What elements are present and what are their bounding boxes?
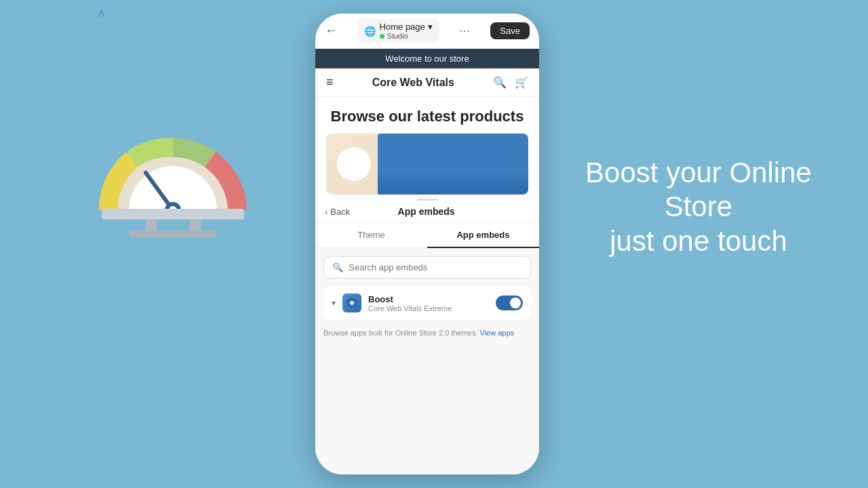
chevron-down-icon: ▾ [428, 22, 433, 32]
search-icon: 🔍 [332, 262, 343, 272]
boost-headline: Boost your Online Store just one touch [570, 156, 827, 258]
phone-top-bar: ← 🌐 Home page ▾ Studio ··· Save [315, 14, 539, 49]
panel-body: 🔍 ▾ Boost Core Web Vitals Extreme [315, 248, 539, 474]
hero-heading: Browse our latest products [326, 108, 528, 125]
boost-info: Boost Core Web Vitals Extreme [368, 294, 489, 312]
home-page-label: Home page [380, 22, 425, 32]
welcome-banner: Welcome to our store [315, 49, 539, 68]
phone-screen: Welcome to our store ≡ Core Web Vitals 🔍… [315, 49, 539, 474]
phone-back-button[interactable]: ← [325, 24, 337, 38]
boost-item: ▾ Boost Core Web Vitals Extreme [323, 287, 531, 319]
svg-rect-6 [102, 209, 244, 220]
expand-chevron-icon[interactable]: ▾ [332, 298, 336, 308]
speedometer-illustration [88, 122, 258, 258]
search-box[interactable]: 🔍 [323, 256, 531, 279]
chevron-up-icon: ∧ [97, 5, 106, 20]
boost-name: Boost [368, 294, 489, 304]
browse-apps-text: Browse apps built for Online Store 2.0 t… [323, 325, 531, 342]
save-button[interactable]: Save [490, 22, 530, 39]
globe-icon: 🌐 [364, 26, 376, 37]
store-nav: ≡ Core Web Vitals 🔍 🛒 [315, 68, 539, 97]
tab-theme[interactable]: Theme [315, 223, 427, 248]
search-app-embeds-input[interactable] [349, 262, 522, 272]
hero-circle [337, 147, 371, 181]
boost-line2: just one touch [610, 225, 787, 257]
phone-mockup: ← 🌐 Home page ▾ Studio ··· Save Welcome … [315, 14, 539, 474]
url-pill[interactable]: 🌐 Home page ▾ Studio [357, 19, 439, 43]
search-icon[interactable]: 🔍 [493, 76, 507, 89]
hamburger-menu-icon[interactable]: ≡ [326, 75, 334, 89]
svg-rect-9 [129, 230, 217, 237]
view-apps-link[interactable]: View apps [480, 329, 515, 337]
back-chevron-icon: ‹ [325, 207, 328, 217]
boost-subtitle: Core Web Vitals Extreme [368, 304, 489, 312]
store-nav-icons: 🔍 🛒 [493, 76, 528, 89]
panel-title: App embeds [350, 206, 502, 217]
studio-label: Studio [387, 32, 408, 40]
panel-header: ‹ Back App embeds [315, 201, 539, 223]
boost-toggle[interactable] [496, 296, 523, 310]
studio-status-dot [380, 34, 384, 39]
browse-apps-description: Browse apps built for Online Store 2.0 t… [323, 329, 477, 337]
panel-back-link[interactable]: ‹ Back [325, 207, 350, 217]
tab-app-embeds[interactable]: App embeds [427, 223, 539, 248]
store-name: Core Web Vitals [372, 77, 454, 89]
hero-image [326, 134, 528, 195]
hero-section: Browse our latest products [315, 97, 539, 201]
boost-line1: Boost your Online Store [585, 157, 812, 222]
panel-back-label: Back [330, 207, 350, 217]
boost-app-icon [342, 293, 361, 312]
cart-icon[interactable]: 🛒 [515, 76, 528, 89]
app-embeds-panel: ‹ Back App embeds Theme App embeds 🔍 [315, 201, 539, 474]
hero-jacket [378, 134, 528, 195]
more-options-button[interactable]: ··· [459, 25, 470, 37]
panel-tabs: Theme App embeds [315, 223, 539, 248]
